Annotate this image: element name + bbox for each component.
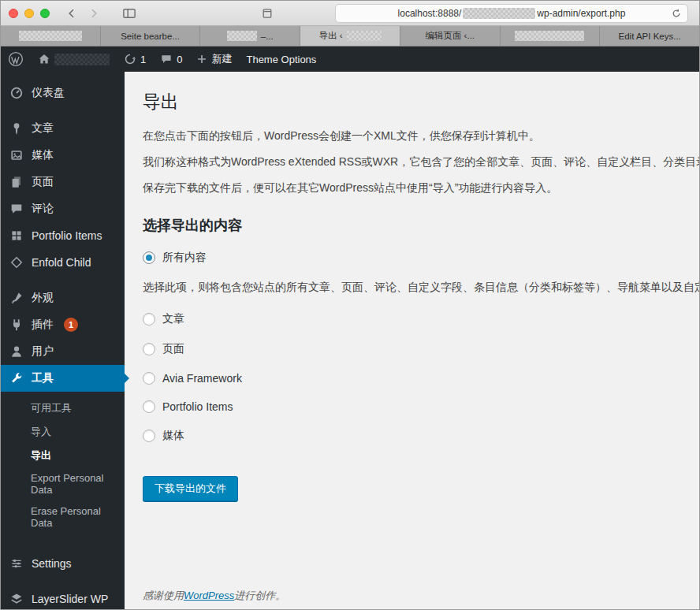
sidebar-item-label: 工具 — [32, 371, 54, 385]
sidebar-item-enfold-child[interactable]: Enfold Child — [1, 249, 125, 276]
theme-options-menu[interactable]: Theme Options — [239, 46, 323, 72]
export-page: 导出 在您点击下面的按钮后，WordPress会创建一个XML文件，供您保存到计… — [125, 72, 699, 610]
sidebar-item-label: 插件 — [32, 318, 54, 332]
sidebar-item-label: 用户 — [32, 344, 54, 359]
wordpress-link[interactable]: WordPress — [184, 590, 234, 601]
sidebar-item-portfolio[interactable]: Portfolio Items — [1, 222, 125, 249]
tab-3[interactable]: –... — [200, 26, 300, 46]
footer-text-prefix: 感谢使用 — [143, 590, 184, 601]
url-prefix: localhost:8888/ — [398, 8, 462, 19]
export-option-all-content[interactable]: 所有内容 — [143, 251, 699, 265]
tab-2[interactable]: Seite bearbe... — [101, 26, 201, 46]
sidebar-item-label: Portfolio Items — [32, 229, 102, 242]
tab-1[interactable] — [1, 26, 101, 46]
tab-5[interactable]: 编辑页面 ‹... — [400, 26, 501, 46]
window-controls — [1, 9, 61, 18]
minimize-window-button[interactable] — [24, 9, 34, 18]
sidebar-item-plugins[interactable]: 插件 1 — [1, 311, 125, 338]
sidebar-item-media[interactable]: 媒体 — [1, 142, 125, 169]
update-icon — [124, 53, 136, 65]
intro-paragraph-2: 我们称这种格式为WordPress eXtended RSS或WXR，它包含了您… — [143, 155, 699, 169]
browser-window: localhost:8888/ wp-admin/export.php Seit… — [0, 0, 700, 610]
reload-icon[interactable] — [671, 8, 682, 21]
grid-icon — [9, 228, 24, 244]
wp-logo-menu[interactable] — [1, 46, 31, 72]
comment-icon — [160, 53, 173, 65]
user-icon — [9, 344, 24, 359]
new-content-label: 新建 — [211, 52, 232, 66]
address-bar[interactable]: localhost:8888/ wp-admin/export.php — [335, 4, 688, 23]
wp-admin-bar: 1 0 新建 Theme Options — [1, 46, 699, 72]
zoom-window-button[interactable] — [40, 9, 50, 18]
updates-count: 1 — [140, 54, 146, 65]
sidebar-toggle-icon[interactable] — [122, 7, 136, 20]
forward-button[interactable] — [88, 7, 100, 20]
sidebar-item-users[interactable]: 用户 — [1, 338, 125, 365]
submenu-item-export-personal-data[interactable]: Export Personal Data — [1, 467, 125, 500]
new-content-menu[interactable]: 新建 — [189, 46, 239, 72]
speech-bubble-icon — [9, 201, 24, 217]
menu-separator — [1, 577, 125, 586]
sidebar-item-label: Enfold Child — [32, 256, 91, 269]
sidebar-item-label: 评论 — [32, 202, 54, 216]
radio-posts[interactable] — [143, 313, 155, 325]
radio-all-content[interactable] — [143, 251, 155, 264]
wrench-icon — [9, 370, 24, 386]
tab-7[interactable]: Edit API Keys... — [600, 26, 699, 46]
radio-avia-framework[interactable] — [143, 372, 155, 385]
sidebar-item-appearance[interactable]: 外观 — [1, 285, 125, 311]
export-option-pages[interactable]: 页面 — [143, 342, 699, 356]
sidebar-item-settings[interactable]: Settings — [1, 550, 125, 577]
radio-pages[interactable] — [143, 343, 155, 355]
export-option-avia-framework[interactable]: Avia Framework — [143, 372, 699, 385]
sidebar-item-pages[interactable]: 页面 — [1, 169, 125, 195]
sidebar-item-comments[interactable]: 评论 — [1, 195, 125, 222]
back-button[interactable] — [65, 7, 78, 20]
tab-title-redacted — [515, 31, 584, 41]
admin-menu: 仪表盘 文章 媒体 页面 — [1, 72, 125, 610]
comments-count: 0 — [177, 54, 182, 65]
download-export-button[interactable]: 下载导出的文件 — [143, 476, 238, 501]
option-label: 媒体 — [162, 429, 184, 443]
plugins-update-badge: 1 — [64, 318, 78, 332]
page-preview-icon[interactable] — [261, 7, 274, 23]
sidebar-item-dashboard[interactable]: 仪表盘 — [1, 80, 125, 106]
section-title: 选择导出的内容 — [143, 216, 699, 235]
sidebar-item-label: 外观 — [32, 291, 54, 305]
theme-options-label: Theme Options — [246, 54, 316, 65]
tab-label: Seite bearbe... — [121, 32, 180, 41]
submenu-item-available-tools[interactable]: 可用工具 — [1, 396, 125, 420]
export-option-posts[interactable]: 文章 — [143, 312, 699, 326]
pushpin-icon — [9, 121, 24, 136]
option-label: 所有内容 — [162, 251, 207, 265]
url-suffix: wp-admin/export.php — [537, 8, 625, 19]
radio-media[interactable] — [143, 430, 155, 442]
tab-6[interactable] — [501, 26, 601, 46]
media-icon — [9, 147, 24, 163]
pages-icon — [9, 174, 24, 190]
export-option-portfolio-items[interactable]: Portfolio Items — [143, 400, 699, 413]
page-title: 导出 — [143, 83, 699, 117]
option-label: Avia Framework — [162, 372, 242, 385]
radio-portfolio-items[interactable] — [143, 400, 155, 413]
tools-submenu: 可用工具 导入 导出 Export Personal Data Erase Pe… — [1, 392, 125, 541]
sidebar-item-posts[interactable]: 文章 — [1, 115, 125, 142]
updates-menu[interactable]: 1 — [117, 46, 153, 72]
submenu-item-erase-personal-data[interactable]: Erase Personal Data — [1, 500, 125, 534]
sidebar-item-layerslider[interactable]: LayerSlider WP — [1, 586, 125, 610]
close-window-button[interactable] — [9, 9, 18, 18]
tab-bar: Seite bearbe... –... 导出 ‹ 编辑页面 ‹... Edit… — [1, 26, 699, 46]
site-name-menu[interactable] — [31, 46, 117, 72]
submenu-item-import[interactable]: 导入 — [1, 420, 125, 444]
submenu-item-export[interactable]: 导出 — [1, 444, 125, 467]
all-content-description: 选择此项，则将包含您站点的所有文章、页面、评论、自定义字段、条目信息（分类和标签… — [143, 281, 699, 295]
menu-separator — [1, 106, 125, 115]
plug-icon — [9, 317, 24, 333]
paintbrush-icon — [9, 290, 24, 306]
sidebar-item-label: 仪表盘 — [32, 86, 65, 100]
tab-label: 导出 ‹ — [319, 30, 343, 42]
export-option-media[interactable]: 媒体 — [143, 429, 699, 443]
tab-export-active[interactable]: 导出 ‹ — [300, 26, 400, 46]
sidebar-item-tools[interactable]: 工具 — [1, 365, 125, 392]
comments-menu[interactable]: 0 — [153, 46, 189, 72]
